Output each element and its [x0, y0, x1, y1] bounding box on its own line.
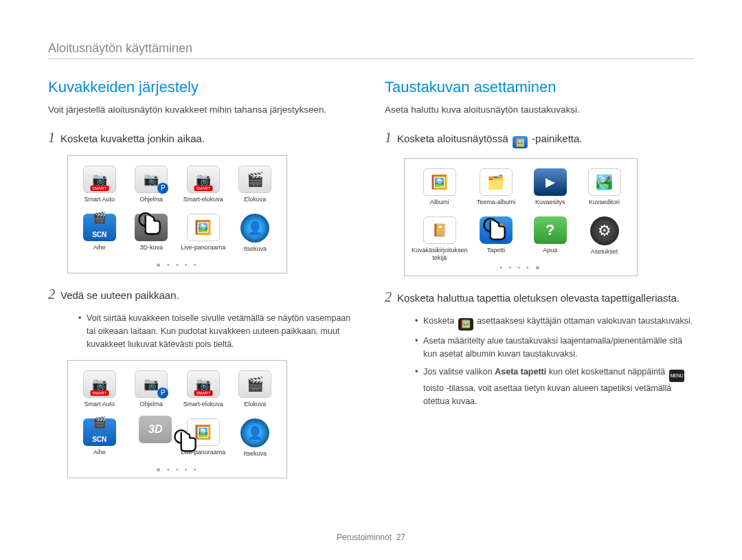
app-item[interactable]: Itsekuva — [231, 214, 280, 259]
right-title: Taustakuvan asettaminen — [385, 78, 694, 96]
Smart Auto-icon[interactable] — [83, 370, 116, 398]
left-step-1: 1 Kosketa kuvaketta jonkin aikaa. — [48, 131, 357, 146]
app-item[interactable]: Apua — [524, 216, 576, 262]
3D-kuva-icon[interactable] — [135, 214, 168, 241]
app-label: Smart-elokuva — [183, 401, 223, 414]
left-sub: Voit järjestellä aloitusnäytön kuvakkeet… — [48, 103, 357, 117]
app-item[interactable]: Kuvaeditori — [578, 168, 630, 212]
app-item[interactable]: Itsekuva — [231, 418, 280, 464]
Smart-elokuva-icon[interactable] — [187, 370, 220, 398]
bold-text: Aseta tapetti — [495, 367, 546, 377]
Asetukset-icon[interactable] — [590, 216, 619, 245]
app-item[interactable]: Elokuva — [231, 166, 280, 210]
app-item[interactable]: 3D-kuva — [127, 214, 177, 259]
app-item[interactable]: Aihe — [75, 418, 124, 464]
step-text: Kosketa haluttua tapettia oletuksen olev… — [397, 291, 679, 305]
icon-panel-1: Smart AutoOhjelmaSmart-elokuvaElokuvaAih… — [67, 155, 287, 273]
app-label: Tapetti — [487, 247, 506, 260]
app-label: Aihe — [93, 449, 106, 462]
text: Jos valitse valikon — [423, 367, 495, 377]
app-item[interactable]: Tapetti — [471, 216, 522, 262]
Apua-icon[interactable] — [534, 216, 567, 244]
app-label: Apua — [543, 247, 557, 260]
text: toisto -tilassa, voit asettaa tietyn kuv… — [423, 383, 671, 406]
bullet: Aseta määritelty alue taustakuvaksi laaj… — [415, 335, 694, 361]
right-bullets: Kosketa asettaaksesi käyttäjän ottaman v… — [385, 315, 694, 408]
breadcrumb: Aloitusnäytön käyttäminen — [48, 41, 694, 56]
app-item[interactable]: Kuvakäsikirjoituksen tekijä — [412, 216, 468, 262]
app-label: Ohjelma — [139, 401, 163, 414]
Tapetti-icon[interactable] — [480, 216, 513, 244]
bullet: Jos valitse valikon Aseta tapetti kun ol… — [415, 366, 694, 409]
Live-panoraama-icon[interactable] — [187, 418, 220, 446]
app-item[interactable]: Smart Auto — [75, 166, 124, 210]
Live-panoraama-icon[interactable] — [187, 214, 220, 241]
Smart-elokuva-icon[interactable] — [187, 166, 220, 193]
Teema-albumi-icon[interactable] — [480, 168, 513, 196]
app-label: Teema-albumi — [477, 199, 516, 212]
Elokuva-icon[interactable] — [238, 370, 271, 398]
app-item[interactable]: Teema-albumi — [471, 168, 522, 212]
text: Kosketa — [423, 316, 457, 326]
app-item[interactable]: Ohjelma — [127, 370, 177, 414]
app-item[interactable]: Live-panoraama — [179, 214, 228, 259]
app-label: Asetukset — [591, 248, 618, 262]
left-title: Kuvakkeiden järjestely — [48, 78, 357, 96]
icon-panel-2: Smart AutoOhjelmaSmart-elokuvaElokuvaAih… — [67, 360, 287, 478]
page-dots: ● • • • • — [75, 465, 280, 473]
wallpaper-icon — [513, 136, 528, 148]
page-dots: • • • • ● — [412, 263, 630, 271]
app-item[interactable]: Live-panoraama — [179, 418, 228, 464]
app-label: Smart-elokuva — [183, 196, 223, 210]
Itsekuva-icon[interactable] — [240, 214, 269, 243]
Kuvaeditori-icon[interactable] — [588, 168, 621, 196]
right-column: Taustakuvan asettaminen Aseta haluttu ku… — [385, 78, 694, 492]
app-label: 3D-kuva — [139, 244, 163, 258]
app-item[interactable]: Smart Auto — [75, 370, 124, 414]
page-dots: ● • • • • — [75, 260, 280, 269]
app-label: Albumi — [430, 199, 449, 212]
app-item[interactable]: Smart-elokuva — [179, 166, 228, 210]
ghost-icon[interactable] — [139, 416, 172, 443]
app-item[interactable]: Asetukset — [578, 216, 630, 262]
divider — [48, 58, 694, 59]
Smart Auto-icon[interactable] — [83, 166, 116, 193]
app-item[interactable]: Elokuva — [231, 370, 280, 414]
icon-panel-right: AlbumiTeema-albumiKuvaesitysKuvaeditoriK… — [404, 158, 638, 276]
footer: Perustoiminnot 27 — [0, 533, 742, 542]
Albumi-icon[interactable] — [423, 168, 456, 196]
Ohjelma-icon[interactable] — [135, 166, 168, 193]
album-icon — [458, 318, 473, 331]
app-label: Kuvaesitys — [535, 199, 565, 212]
left-column: Kuvakkeiden järjestely Voit järjestellä … — [48, 78, 357, 492]
left-bullets: Voit siirtää kuvakkeen toiselle sivulle … — [48, 312, 357, 352]
app-label: Elokuva — [244, 196, 266, 210]
app-label: Kuvakäsikirjoituksen tekijä — [412, 247, 468, 261]
menu-icon: MENU — [669, 370, 684, 382]
app-item[interactable]: Smart-elokuva — [179, 370, 228, 414]
right-step-1: 1 Kosketa aloitusnäytössä -painiketta. — [385, 131, 694, 149]
app-item[interactable]: Kuvaesitys — [524, 168, 576, 212]
app-item[interactable]: Ohjelma — [127, 166, 177, 210]
Elokuva-icon[interactable] — [238, 166, 271, 193]
Itsekuva-icon[interactable] — [240, 418, 269, 447]
Ohjelma-icon[interactable] — [135, 370, 168, 398]
text: asettaaksesi käyttäjän ottaman valokuvan… — [477, 316, 693, 326]
step-text: Kosketa aloitusnäytössä -painiketta. — [397, 131, 582, 149]
Aihe-icon[interactable] — [83, 418, 116, 446]
bullet: Kosketa asettaaksesi käyttäjän ottaman v… — [415, 315, 694, 331]
app-item[interactable]: Albumi — [412, 168, 468, 212]
Kuvaesitys-icon[interactable] — [534, 168, 567, 196]
app-item[interactable] — [127, 418, 177, 464]
step-number: 2 — [48, 287, 55, 301]
Aihe-icon[interactable] — [83, 214, 116, 241]
right-sub: Aseta haluttu kuva aloitusnäytön taustak… — [385, 103, 694, 117]
Kuvakäsikirjoituksen tekijä-icon[interactable] — [423, 216, 456, 244]
app-label: Ohjelma — [139, 196, 163, 210]
app-item[interactable]: Aihe — [75, 214, 124, 259]
app-label: Aihe — [93, 244, 106, 258]
left-step-2: 2 Vedä se uuteen paikkaan. — [48, 287, 357, 302]
text: Kosketa aloitusnäytössä — [397, 133, 511, 144]
text: -painiketta. — [532, 133, 582, 144]
footer-page: 27 — [396, 533, 405, 542]
